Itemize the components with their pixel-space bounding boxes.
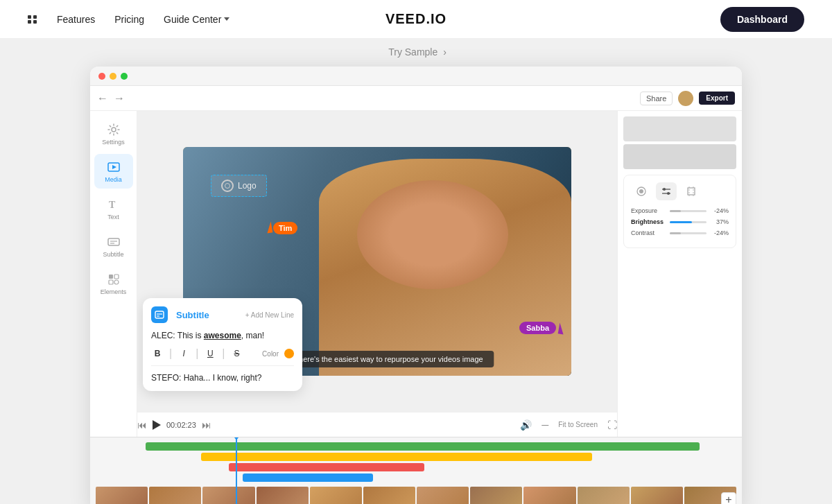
minimize-dot [110, 73, 116, 80]
add-track-button[interactable]: + [721, 492, 736, 504]
svg-marker-2 [112, 165, 116, 169]
sidebar-item-media[interactable]: Media [94, 154, 133, 189]
add-new-line-button[interactable]: + Add New Line [245, 311, 294, 319]
svg-rect-20 [688, 188, 695, 195]
fmt-sep-3: | [222, 347, 225, 360]
video-column: Logo Tim Sabba [137, 111, 617, 437]
toolbar-right: Share Export [640, 91, 735, 106]
sidebar-item-settings[interactable]: Settings [94, 116, 133, 151]
svg-rect-7 [109, 275, 113, 279]
brightness-track[interactable] [670, 221, 707, 223]
subtitle-panel-icon [151, 306, 168, 323]
editor-body: Settings Media T Text [90, 111, 742, 437]
bold-button[interactable]: B [151, 347, 164, 360]
timeline-thumb-9 [523, 487, 575, 504]
panel-tabs [631, 182, 729, 200]
skip-forward-icon[interactable]: ⏭ [202, 419, 211, 431]
timeline-thumbnails [96, 487, 736, 504]
subtitle-panel-title: Subtitle [176, 310, 209, 320]
sidebar-item-elements[interactable]: Elements [94, 266, 133, 301]
woman-face [357, 180, 508, 289]
timeline-thumb-2 [149, 487, 201, 504]
strikethrough-button[interactable]: S [230, 347, 243, 360]
nav-left: Features Pricing Guide Center [28, 14, 229, 25]
logo-overlay[interactable]: Logo [211, 175, 267, 197]
editor-sidebar: Settings Media T Text [90, 111, 137, 437]
try-sample-arrow: › [443, 46, 447, 58]
subtitle-line-2: STEFO: Haha... I know, right? [151, 373, 294, 383]
guide-center-label: Guide Center [164, 14, 221, 25]
text-icon: T [106, 197, 121, 212]
grid-icon[interactable] [28, 15, 37, 24]
timeline-track-green[interactable] [146, 442, 700, 451]
elements-icon [106, 272, 121, 287]
timeline-thumb-10 [578, 487, 630, 504]
timeline-thumb-11 [631, 487, 683, 504]
svg-rect-11 [155, 311, 164, 318]
cursor-tim: Tim [266, 222, 297, 233]
subtitle-panel: Subtitle + Add New Line ALEC: This is aw… [143, 298, 302, 391]
settings-icon [106, 122, 121, 137]
maximize-dot [121, 73, 128, 80]
volume-icon[interactable]: 🔊 [520, 419, 532, 431]
svg-point-10 [114, 280, 119, 284]
sidebar-item-text[interactable]: T Text [94, 191, 133, 226]
sidebar-item-subtitle[interactable]: Subtitle [94, 229, 133, 263]
chevron-down-icon [224, 17, 229, 21]
underline-button[interactable]: U [204, 347, 216, 360]
elements-label: Elements [101, 288, 127, 295]
timeline-thumb-5 [310, 487, 362, 504]
color-picker[interactable] [284, 349, 294, 358]
subtitle-panel-header: Subtitle + Add New Line [151, 306, 294, 323]
brightness-value: 37% [711, 218, 729, 225]
fullscreen-icon[interactable]: ⛶ [607, 419, 617, 431]
dash-separator: — [541, 421, 548, 428]
try-sample-link[interactable]: Try Sample › [385, 46, 447, 58]
features-link[interactable]: Features [57, 14, 95, 25]
timeline-tracks [90, 437, 742, 487]
tab-filter[interactable] [631, 182, 652, 200]
woman-silhouette [319, 159, 571, 376]
video-subtitle-text: DIANA: here's the easiest way to repurpo… [271, 355, 483, 363]
dashboard-button[interactable]: Dashboard [720, 7, 804, 32]
logo-inner-circle [225, 183, 230, 189]
svg-point-0 [112, 128, 116, 132]
svg-point-19 [667, 192, 670, 195]
playback-time: 00:02:23 [166, 421, 196, 429]
skip-back-icon[interactable]: ⏮ [137, 419, 147, 431]
guide-center-link[interactable]: Guide Center [164, 14, 229, 25]
timeline-thumb-1 [96, 487, 148, 504]
fmt-sep-1: | [169, 347, 172, 360]
exposure-track[interactable] [670, 210, 707, 212]
exposure-row: Exposure -24% [631, 207, 729, 214]
brightness-label: Brightness [631, 218, 666, 225]
cursor-sabba: Sabba [519, 322, 564, 334]
timeline-track-yellow[interactable] [201, 453, 592, 461]
tab-adjust[interactable] [656, 182, 677, 200]
try-sample-label: Try Sample [388, 46, 437, 58]
timeline-playhead[interactable] [236, 437, 237, 504]
redo-icon[interactable]: → [114, 92, 125, 105]
timeline-track-red[interactable] [229, 463, 424, 471]
pricing-link[interactable]: Pricing [114, 14, 144, 25]
timeline-track-blue[interactable] [243, 473, 373, 482]
tab-crop[interactable] [681, 182, 702, 200]
right-panel: Exposure -24% Brightness 37% Contrast [617, 111, 742, 437]
media-label: Media [105, 176, 122, 183]
undo-icon[interactable]: ← [97, 92, 108, 105]
thumbnail-2 [623, 144, 736, 169]
navbar: Features Pricing Guide Center VEED.IO Da… [0, 0, 832, 39]
timeline-thumb-4 [257, 487, 309, 504]
play-button[interactable] [153, 420, 161, 430]
timeline: + [90, 437, 742, 504]
settings-label: Settings [102, 139, 125, 146]
contrast-track[interactable] [670, 232, 707, 234]
subtitle-icon [106, 234, 121, 250]
export-button[interactable]: Export [699, 92, 735, 105]
panel-thumbnails [623, 116, 736, 169]
fit-screen-button[interactable]: Fit to Screen [558, 421, 598, 428]
cursor-arrow-sabba [558, 322, 566, 334]
share-button[interactable]: Share [640, 92, 673, 105]
cursor-sabba-label: Sabba [519, 322, 556, 334]
italic-button[interactable]: I [177, 347, 190, 360]
